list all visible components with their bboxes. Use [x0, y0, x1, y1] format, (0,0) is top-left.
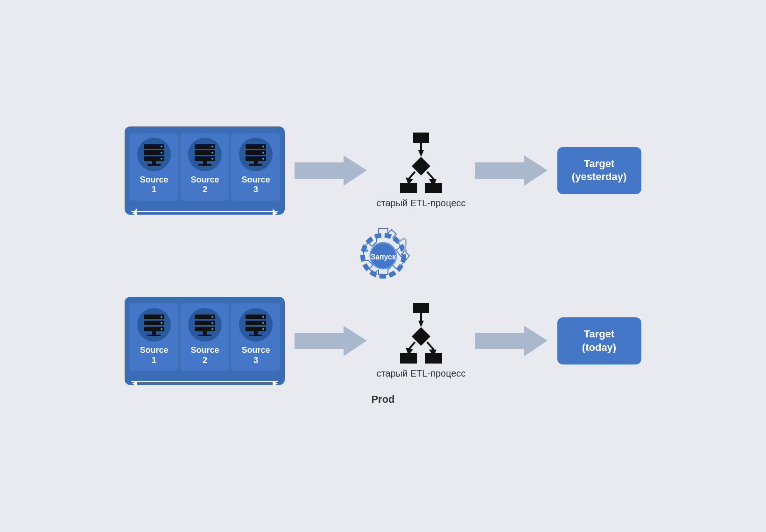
source-card-bottom-2: Source2: [180, 303, 229, 371]
source-card-top-2: Source2: [180, 133, 229, 201]
target-box-bottom: Target(today): [557, 317, 641, 364]
etl-label-bottom: старый ETL-процесс: [376, 368, 465, 379]
svg-point-23: [262, 158, 264, 160]
etl-diagram-top: [395, 133, 447, 193]
diagram-container: Source1: [0, 0, 766, 532]
svg-point-62: [262, 316, 264, 318]
server-icon-top-2: [188, 138, 222, 171]
source-card-bottom-3: Source3: [231, 303, 280, 371]
big-arrow-bottom-right: [474, 325, 549, 357]
gear-svg: Запуск: [355, 228, 411, 284]
svg-rect-4: [148, 164, 161, 166]
target-label-top: Target(yesterday): [572, 158, 626, 183]
source-group-top: Source1: [125, 126, 285, 215]
svg-rect-33: [400, 183, 417, 193]
server-svg-top-2: [193, 142, 217, 167]
svg-point-56: [211, 328, 213, 330]
source-label-bottom-2: Source2: [190, 345, 219, 365]
server-svg-top-1: [142, 142, 166, 167]
svg-point-14: [211, 152, 213, 154]
source-card-bottom-1: Source1: [129, 303, 178, 371]
svg-point-22: [262, 152, 264, 154]
svg-rect-11: [203, 161, 207, 165]
svg-rect-61: [249, 335, 262, 336]
svg-point-15: [211, 158, 213, 160]
svg-marker-68: [418, 321, 424, 327]
svg-rect-66: [413, 303, 429, 313]
svg-marker-27: [418, 150, 424, 157]
bottom-section: Source1: [125, 297, 641, 385]
svg-line-72: [427, 342, 434, 350]
source-label-top-2: Source2: [190, 175, 219, 195]
server-svg-bottom-1: [142, 313, 166, 337]
svg-point-5: [161, 146, 162, 147]
etl-label-top: старый ETL-процесс: [376, 198, 465, 209]
etl-block-bottom: старый ETL-процесс: [376, 303, 465, 379]
prod-label: Prod: [371, 393, 394, 406]
source-label-bottom-3: Source3: [241, 345, 270, 365]
big-arrow-bottom-left: [293, 325, 368, 357]
source-card-top-3: Source3: [231, 133, 280, 201]
target-box-top: Target(yesterday): [557, 147, 641, 194]
svg-point-55: [211, 322, 213, 324]
svg-point-64: [262, 328, 264, 330]
server-icon-bottom-2: [188, 308, 222, 342]
svg-text:Запуск: Запуск: [371, 253, 396, 261]
svg-line-29: [408, 172, 415, 179]
svg-rect-60: [254, 331, 258, 335]
svg-point-6: [161, 152, 162, 154]
zapusk-wrapper: Запуск: [355, 228, 411, 284]
svg-rect-52: [203, 331, 207, 335]
source-label-bottom-1: Source1: [140, 345, 168, 365]
svg-point-13: [211, 146, 213, 147]
svg-rect-53: [198, 335, 211, 336]
svg-rect-75: [425, 353, 442, 364]
server-icon-bottom-1: [137, 308, 171, 342]
double-arrow-bottom: ◄ ►: [131, 381, 278, 382]
server-svg-top-3: [244, 142, 268, 167]
double-arrow-top: ◄ ►: [131, 211, 278, 212]
svg-point-48: [161, 328, 162, 330]
svg-point-47: [161, 322, 162, 324]
svg-point-63: [262, 322, 264, 324]
big-arrow-top-right: [474, 154, 549, 187]
server-svg-bottom-3: [244, 313, 268, 337]
svg-rect-74: [400, 353, 417, 364]
svg-point-54: [211, 316, 213, 318]
server-icon-bottom-3: [239, 308, 273, 342]
source-label-top-3: Source3: [241, 175, 270, 195]
etl-diagram-bottom: [395, 303, 447, 364]
svg-rect-44: [152, 331, 156, 335]
svg-marker-35: [475, 155, 548, 186]
svg-line-31: [427, 172, 434, 179]
svg-rect-20: [249, 164, 262, 166]
server-svg-bottom-2: [193, 313, 217, 337]
svg-rect-3: [152, 161, 156, 165]
server-icon-top-3: [239, 138, 273, 171]
svg-line-70: [408, 342, 415, 350]
source-group-bottom: Source1: [125, 297, 285, 385]
svg-point-7: [161, 158, 162, 160]
svg-marker-24: [295, 155, 367, 186]
target-label-bottom: Target(today): [582, 328, 616, 353]
server-icon-top-1: [137, 138, 171, 171]
svg-point-46: [161, 316, 162, 318]
svg-rect-19: [254, 161, 258, 165]
big-arrow-top-left: [293, 154, 368, 187]
top-section: Source1: [125, 126, 641, 215]
source-label-top-1: Source1: [140, 175, 168, 195]
layout-rows: Source1: [125, 126, 641, 406]
svg-rect-12: [198, 164, 211, 166]
middle-section: Запуск: [125, 219, 641, 292]
svg-point-21: [262, 146, 264, 147]
source-card-top-1: Source1: [129, 133, 178, 201]
svg-marker-76: [475, 326, 548, 356]
svg-rect-45: [148, 335, 161, 336]
svg-rect-25: [413, 133, 429, 143]
svg-rect-34: [425, 183, 442, 193]
etl-block-top: старый ETL-процесс: [376, 133, 465, 209]
svg-marker-65: [295, 326, 367, 356]
